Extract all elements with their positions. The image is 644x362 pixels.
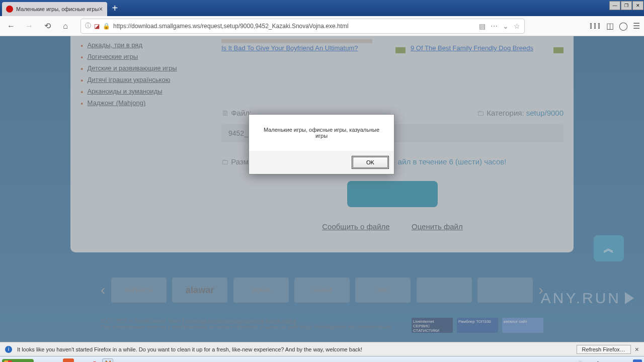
forward-button[interactable]: → bbox=[22, 19, 36, 33]
taskbar-firefox-icon[interactable]: 🦊 bbox=[102, 358, 113, 363]
system-tray: « 🔊 🖳 ⚐ 12:50 PM bbox=[569, 359, 642, 363]
alert-message: Маленькие игры, офисные игры, казуальные… bbox=[249, 115, 394, 151]
tab-title: Маленькие игры, офисные игры bbox=[16, 6, 99, 12]
library-icon[interactable]: ⫿⫿⫿ bbox=[589, 21, 601, 31]
alert-dialog: Маленькие игры, офисные игры, казуальные… bbox=[249, 114, 394, 174]
info-icon: i bbox=[5, 346, 12, 353]
tab-strip: Маленькие игры, офисные игры × + bbox=[0, 0, 118, 16]
taskbar-chrome-icon[interactable]: ◉ bbox=[76, 358, 87, 363]
taskbar-ie-icon[interactable]: e bbox=[37, 358, 48, 363]
taskbar-app-icon[interactable]: ▶ bbox=[63, 358, 74, 363]
url-text: https://download.smallgames.ws/request,s… bbox=[113, 23, 476, 30]
more-icon[interactable]: ⋯ bbox=[491, 22, 498, 30]
pocket-icon[interactable]: ⌄ bbox=[503, 22, 509, 30]
tracking-icon[interactable]: ◪ bbox=[94, 23, 100, 30]
tray-desktop-icon[interactable] bbox=[633, 359, 642, 363]
browser-toolbar: ← → ⟲ ⌂ ⓘ ◪ 🔒 https://download.smallgame… bbox=[0, 16, 644, 36]
window-controls: — ❐ ✕ bbox=[609, 0, 644, 10]
tab-close-icon[interactable]: × bbox=[99, 5, 103, 13]
firefox-infobar: i It looks like you haven't started Fire… bbox=[0, 342, 644, 356]
lock-icon: 🔒 bbox=[103, 23, 110, 30]
info-icon[interactable]: ⓘ bbox=[85, 22, 91, 30]
favicon-icon bbox=[6, 6, 13, 13]
start-button[interactable]: Start bbox=[2, 359, 34, 363]
home-button[interactable]: ⌂ bbox=[58, 19, 72, 33]
infobar-text: It looks like you haven't started Firefo… bbox=[17, 346, 362, 352]
taskbar-opera-icon[interactable]: O bbox=[89, 358, 100, 363]
menu-icon[interactable]: ☰ bbox=[633, 21, 640, 31]
star-icon[interactable]: ☆ bbox=[514, 22, 520, 30]
reload-button[interactable]: ⟲ bbox=[40, 19, 54, 33]
toolbar-right: ⫿⫿⫿ ◫ ◯ ☰ bbox=[589, 21, 640, 31]
maximize-button[interactable]: ❐ bbox=[621, 1, 632, 10]
window-titlebar: Маленькие игры, офисные игры × + — ❐ ✕ bbox=[0, 0, 644, 16]
back-button[interactable]: ← bbox=[4, 19, 18, 33]
sidebar-icon[interactable]: ◫ bbox=[606, 21, 614, 31]
page-content: Аркады, три в ряд Логические игры Детски… bbox=[0, 36, 644, 342]
minimize-button[interactable]: — bbox=[609, 1, 620, 10]
windows-taskbar: Start e 🗀 ▶ ◉ O 🦊 « 🔊 🖳 ⚐ 12:50 PM bbox=[0, 356, 644, 362]
infobar-close-button[interactable]: × bbox=[635, 345, 639, 353]
browser-tab[interactable]: Маленькие игры, офисные игры × bbox=[2, 2, 107, 16]
refresh-firefox-button[interactable]: Refresh Firefox… bbox=[577, 345, 631, 354]
account-icon[interactable]: ◯ bbox=[619, 21, 628, 31]
alert-ok-button[interactable]: OK bbox=[353, 157, 388, 168]
close-window-button[interactable]: ✕ bbox=[632, 1, 643, 10]
reader-icon[interactable]: ▤ bbox=[479, 22, 486, 30]
modal-overlay bbox=[0, 36, 644, 342]
taskbar-explorer-icon[interactable]: 🗀 bbox=[50, 358, 61, 363]
new-tab-button[interactable]: + bbox=[112, 3, 118, 14]
url-bar[interactable]: ⓘ ◪ 🔒 https://download.smallgames.ws/req… bbox=[80, 19, 525, 34]
